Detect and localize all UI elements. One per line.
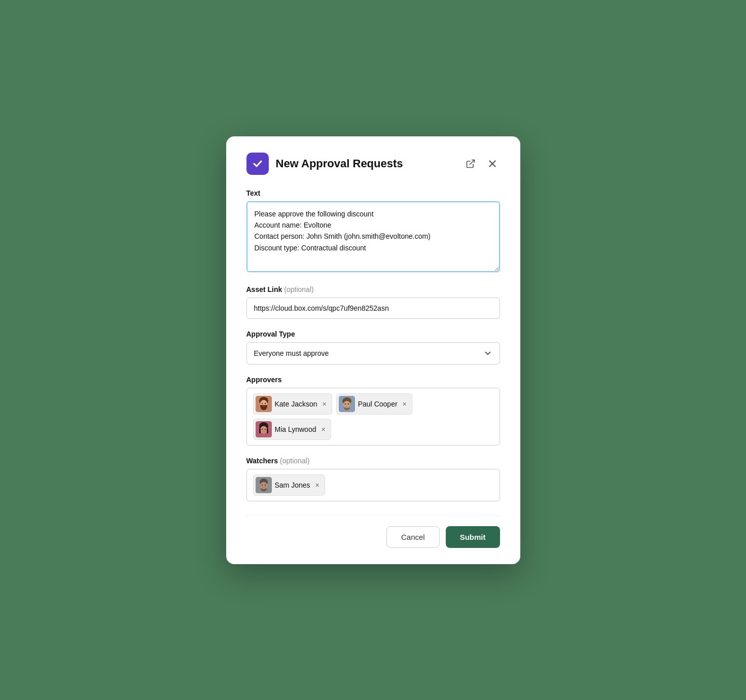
modal-dialog: New Approval Requests — [226, 136, 520, 564]
remove-sam-button[interactable]: × — [314, 481, 321, 489]
open-external-button[interactable] — [464, 157, 478, 171]
svg-point-6 — [261, 402, 262, 403]
svg-point-24 — [264, 484, 265, 485]
modal-header-actions — [464, 156, 500, 171]
approval-type-select[interactable]: Everyone must approve — [246, 342, 500, 364]
close-icon — [487, 158, 498, 169]
approver-name-paul: Paul Cooper — [358, 400, 398, 408]
text-input[interactable]: Please approve the following discount Ac… — [246, 201, 500, 272]
approval-type-field-group: Approval Type Everyone must approve — [246, 330, 500, 364]
svg-rect-16 — [259, 428, 261, 433]
text-label: Text — [246, 189, 500, 197]
approval-type-value: Everyone must approve — [254, 349, 329, 357]
svg-point-23 — [261, 484, 262, 485]
approver-name-sam: Sam Jones — [275, 481, 310, 489]
svg-point-7 — [264, 402, 265, 403]
svg-rect-17 — [267, 428, 268, 433]
approver-tag-paul: Paul Cooper × — [336, 393, 412, 415]
svg-point-19 — [264, 428, 265, 429]
remove-kate-button[interactable]: × — [322, 400, 328, 408]
approvers-label: Approvers — [246, 376, 500, 384]
svg-point-18 — [261, 428, 262, 429]
approver-tag-mia: Mia Lynwood × — [253, 419, 331, 440]
approvers-box[interactable]: Kate Jackson × — [246, 388, 500, 446]
asset-link-label: Asset Link(optional) — [246, 285, 500, 293]
avatar-kate — [256, 396, 272, 412]
approver-tag-kate: Kate Jackson × — [253, 393, 332, 415]
svg-point-11 — [345, 403, 346, 404]
svg-point-12 — [348, 403, 349, 404]
modal-header: New Approval Requests — [246, 153, 500, 175]
svg-point-15 — [260, 426, 267, 433]
avatar-paul — [339, 396, 355, 412]
avatar-sam — [256, 477, 272, 493]
modal-footer: Cancel Submit — [246, 515, 500, 548]
remove-paul-button[interactable]: × — [402, 400, 408, 408]
approver-name-mia: Mia Lynwood — [275, 425, 316, 433]
remove-mia-button[interactable]: × — [320, 425, 326, 433]
submit-button[interactable]: Submit — [446, 526, 500, 548]
svg-point-22 — [260, 482, 267, 489]
svg-line-0 — [470, 160, 474, 164]
asset-link-input[interactable] — [246, 298, 500, 319]
cancel-button[interactable]: Cancel — [386, 526, 440, 548]
open-external-icon — [466, 159, 476, 169]
avatar-mia — [256, 421, 272, 437]
modal-brand-icon — [246, 153, 269, 175]
watchers-field-group: Watchers(optional) — [246, 457, 500, 501]
close-button[interactable] — [485, 156, 500, 171]
chevron-down-icon — [483, 349, 492, 358]
watchers-box[interactable]: Sam Jones × — [246, 469, 500, 501]
approver-name-kate: Kate Jackson — [275, 400, 317, 408]
approvers-field-group: Approvers — [246, 376, 500, 446]
approval-type-label: Approval Type — [246, 330, 500, 338]
text-field-group: Text Please approve the following discou… — [246, 189, 500, 274]
approver-tag-sam: Sam Jones × — [253, 474, 325, 496]
modal-title: New Approval Requests — [276, 157, 464, 170]
approval-type-select-container: Everyone must approve — [246, 342, 500, 364]
watchers-label: Watchers(optional) — [246, 457, 500, 465]
modal-overlay: New Approval Requests — [0, 0, 746, 700]
asset-link-field-group: Asset Link(optional) — [246, 285, 500, 319]
